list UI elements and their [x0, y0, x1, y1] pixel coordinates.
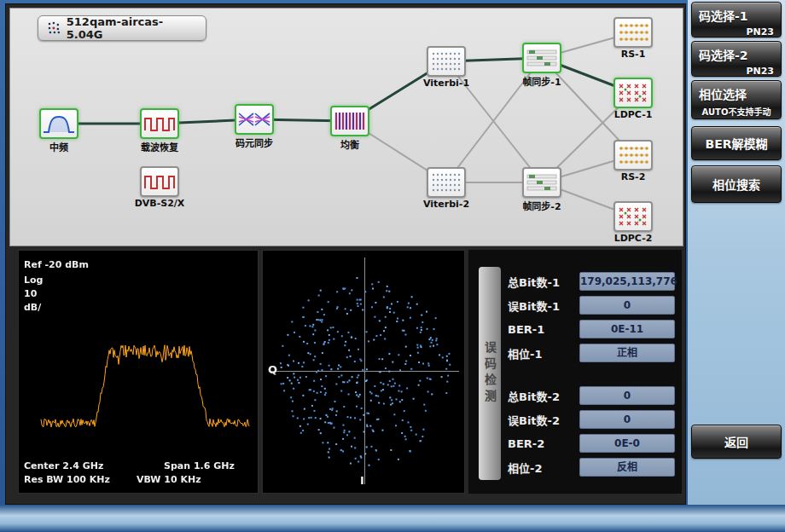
- ber-row-label: BER-2: [508, 437, 579, 450]
- ber-disambiguate-button[interactable]: BER解模糊: [691, 126, 782, 160]
- spectrum-rbw-label: Res BW 100 KHz: [24, 474, 110, 485]
- frame-icon: [522, 43, 561, 73]
- flow-node-label: 均衡: [316, 137, 384, 151]
- constellation-icon: [46, 20, 61, 36]
- spectrum-panel: Ref -20 dBm Log 10 dB/ Center 2.4 GHz Sp…: [18, 250, 259, 494]
- flow-node-rs1[interactable]: RS-1: [599, 17, 667, 60]
- ber-row: 总Bit数-20: [508, 386, 675, 405]
- ber-row-label: 相位-2: [508, 460, 579, 476]
- ber-row-label: 总Bit数-1: [508, 274, 579, 290]
- button-sublabel: PN23: [692, 63, 781, 77]
- button-sublabel: PN23: [692, 24, 781, 38]
- ber-row-label: 误Bit数-1: [508, 298, 579, 314]
- code-select-2-button[interactable]: 码选择-2PN23: [691, 41, 782, 77]
- ber-row-value: 179,025,113,776: [579, 272, 675, 291]
- code-select-1-button[interactable]: 码选择-1PN23: [691, 2, 782, 38]
- flow-node-symsync[interactable]: 码元同步: [220, 104, 288, 149]
- ber-row-label: 相位-1: [508, 345, 579, 361]
- eye-icon: [235, 104, 274, 135]
- spectrum-center-label: Center 2.4 GHz: [24, 460, 103, 471]
- frame-icon: [522, 167, 561, 198]
- phase-select-button[interactable]: 相位选择AUTO不支持手动: [691, 80, 782, 119]
- ber-row-value: 0: [579, 296, 675, 315]
- flow-node-label: RS-2: [599, 171, 667, 182]
- trellis-icon: [427, 46, 466, 77]
- flow-node-eq[interactable]: 均衡: [316, 106, 384, 151]
- flow-node-viterbi2[interactable]: Viterbi-2: [412, 167, 480, 210]
- phase-search-button[interactable]: 相位搜索: [691, 165, 782, 203]
- flow-node-label: 中频: [25, 140, 93, 153]
- flow-node-label: RS-1: [599, 49, 667, 60]
- flow-node-ldpc1[interactable]: LDPC-1: [599, 78, 667, 120]
- flow-node-label: 帧同步-2: [508, 199, 576, 212]
- trellis-icon: [427, 167, 466, 198]
- spectrum-unit-label: dB/: [24, 302, 41, 313]
- ber-row: BER-10E-11: [508, 320, 675, 338]
- flow-node-label: 帧同步-1: [508, 74, 576, 88]
- ber-row: BER-20E-0: [508, 434, 675, 453]
- wave-icon: [140, 166, 179, 197]
- constellation-canvas: [263, 251, 464, 493]
- ber-row-value: 反相: [579, 458, 675, 477]
- ber-row-value: 0: [579, 410, 675, 429]
- ber-row-label: 误Bit数-2: [508, 412, 579, 428]
- signal-file-label: 512qam-aircas-5.04G: [67, 15, 198, 41]
- ber-row: 误Bit数-20: [508, 410, 675, 429]
- button-label: 相位选择: [692, 81, 781, 102]
- spectrum-canvas: [19, 251, 258, 493]
- flow-node-if[interactable]: 中频: [25, 108, 93, 153]
- axis-label-q: Q: [268, 363, 277, 376]
- spectrum-ref-label: Ref -20 dBm: [24, 259, 89, 270]
- ldpc-icon: [613, 201, 653, 232]
- window-footer: [0, 505, 785, 532]
- if-icon: [39, 108, 78, 139]
- flow-node-viterbi1[interactable]: Viterbi-1: [412, 46, 480, 89]
- ldpc-icon: [613, 78, 653, 108]
- flow-node-dvbs2x[interactable]: DVB-S2/X: [125, 166, 194, 209]
- app-window: { "flow": { "header_button": { "label": …: [0, 0, 785, 532]
- flow-node-label: Viterbi-2: [412, 199, 480, 210]
- spectrum-vbw-label: VBW 10 KHz: [137, 474, 201, 485]
- signal-file-button[interactable]: 512qam-aircas-5.04G: [38, 15, 206, 41]
- flow-diagram: 512qam-aircas-5.04G 中频载波恢复码元同步均衡Viterbi-…: [9, 8, 683, 246]
- rs-icon: [613, 140, 653, 171]
- spectrum-scale-label: 10: [24, 288, 37, 299]
- constellation-panel: Q I: [262, 250, 465, 494]
- spectrum-log-label: Log: [24, 275, 43, 286]
- ber-row: 相位-1正相: [508, 344, 675, 362]
- ber-row: 误Bit数-10: [508, 296, 675, 315]
- flow-node-carrier[interactable]: 载波恢复: [125, 108, 194, 153]
- button-sublabel: AUTO不支持手动: [692, 102, 781, 118]
- stripes-icon: [330, 106, 369, 136]
- ber-row-label: 总Bit数-2: [508, 388, 579, 404]
- ber-row: 相位-2反相: [508, 458, 675, 477]
- flow-node-label: LDPC-1: [599, 109, 667, 120]
- flow-node-framesync2[interactable]: 帧同步-2: [508, 167, 576, 212]
- ber-rows: 总Bit数-1179,025,113,776误Bit数-10BER-10E-11…: [508, 272, 675, 482]
- flow-node-label: DVB-S2/X: [125, 198, 194, 209]
- main-area: 512qam-aircas-5.04G 中频载波恢复码元同步均衡Viterbi-…: [5, 3, 686, 505]
- ber-row-value: 正相: [579, 344, 675, 362]
- ber-row-value: 0E-0: [579, 434, 675, 453]
- ber-row-label: BER-1: [508, 323, 579, 336]
- rs-icon: [613, 17, 653, 48]
- wave-icon: [140, 108, 179, 139]
- button-label: 码选择-2: [692, 42, 781, 63]
- ber-row-value: 0E-11: [579, 320, 675, 338]
- ber-panel: 误码检测 总Bit数-1179,025,113,776误Bit数-10BER-1…: [468, 250, 682, 494]
- ber-row-value: 0: [579, 386, 675, 405]
- button-label: 码选择-1: [692, 3, 781, 24]
- ber-tab-label: 误码检测: [479, 267, 501, 480]
- flow-node-ldpc2[interactable]: LDPC-2: [599, 201, 667, 244]
- flow-node-label: 载波恢复: [125, 140, 194, 153]
- sidebar: 码选择-1PN23码选择-2PN23相位选择AUTO不支持手动BER解模糊相位搜…: [688, 0, 785, 505]
- spectrum-span-label: Span 1.6 GHz: [164, 460, 235, 471]
- flow-node-label: LDPC-2: [599, 233, 667, 244]
- back-button[interactable]: 返回: [691, 425, 782, 459]
- axis-label-i: I: [360, 474, 364, 487]
- flow-node-rs2[interactable]: RS-2: [599, 140, 667, 182]
- flow-node-label: Viterbi-1: [412, 78, 480, 89]
- ber-row: 总Bit数-1179,025,113,776: [508, 272, 675, 291]
- flow-node-label: 码元同步: [220, 136, 288, 149]
- flow-node-framesync1[interactable]: 帧同步-1: [508, 43, 576, 88]
